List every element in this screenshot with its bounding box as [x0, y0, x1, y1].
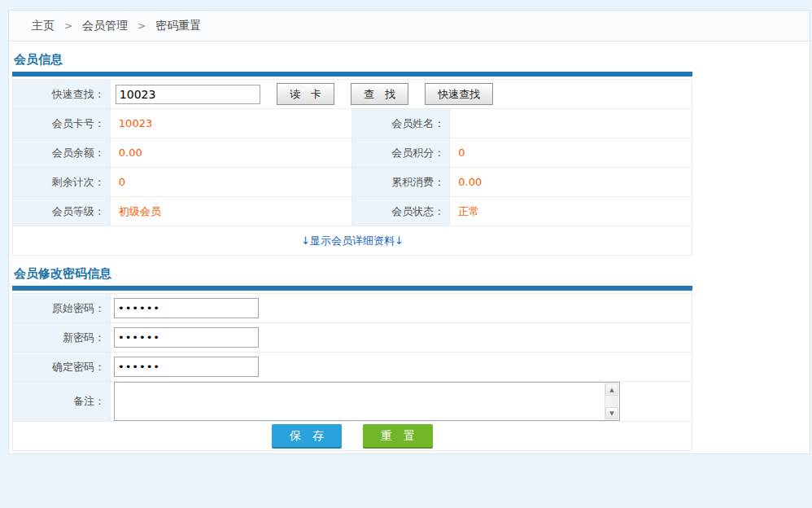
- remark-textarea[interactable]: [115, 383, 603, 418]
- field-label: 会员卡号：: [13, 109, 111, 138]
- confirm-password-cell: [111, 353, 692, 382]
- member-balance-value: 0.00: [110, 138, 352, 168]
- field-label: 会员状态：: [352, 197, 450, 226]
- table-row: ↓显示会员详细资料↓: [13, 226, 692, 256]
- field-label: 会员等级：: [13, 197, 111, 226]
- table-row: 原始密码：: [13, 294, 692, 323]
- table-row: 会员等级： 初级会员 会员状态： 正常: [13, 197, 692, 226]
- field-label: 会员积分：: [352, 138, 450, 168]
- remark-label: 备注：: [13, 382, 111, 422]
- table-row: 快速查找： 读 卡 查 找 快速查找: [13, 80, 692, 109]
- search-button[interactable]: 查 找: [351, 83, 408, 105]
- scroll-down-icon[interactable]: ▼: [605, 407, 618, 419]
- table-row: 备注： ▲ ▼: [13, 382, 692, 422]
- reset-button[interactable]: 重 置: [363, 424, 433, 449]
- new-password-field[interactable]: [114, 327, 259, 348]
- save-button[interactable]: 保 存: [272, 424, 342, 449]
- old-password-cell: [111, 294, 692, 323]
- member-info-table: 快速查找： 读 卡 查 找 快速查找 会员卡号： 10023 会员姓名： 会员余…: [12, 79, 692, 256]
- detail-link-cell: ↓显示会员详细资料↓: [13, 226, 692, 256]
- remaining-count-value: 0: [110, 168, 352, 197]
- password-form-title: 会员修改密码信息: [14, 266, 810, 282]
- old-password-label: 原始密码：: [13, 294, 111, 323]
- breadcrumb-separator: >: [138, 20, 146, 32]
- remark-cell: ▲ ▼: [111, 382, 692, 422]
- member-status-value: 正常: [450, 197, 692, 226]
- quick-find-label: 快速查找：: [13, 80, 111, 109]
- table-row: 剩余计次： 0 累积消费： 0.00: [13, 168, 692, 197]
- confirm-password-label: 确定密码：: [13, 353, 111, 382]
- member-info-title-bar: [12, 72, 692, 77]
- table-row: 会员卡号： 10023 会员姓名：: [13, 109, 692, 138]
- confirm-password-field[interactable]: [114, 357, 259, 377]
- table-row: 确定密码：: [13, 353, 692, 382]
- password-form-title-bar: [12, 286, 692, 291]
- breadcrumb-separator: >: [64, 20, 72, 32]
- breadcrumb: 主页>会员管理>密码重置: [9, 11, 810, 42]
- remark-scrollbar[interactable]: ▲ ▼: [605, 383, 618, 419]
- new-password-cell: [111, 323, 692, 353]
- new-password-label: 新密码：: [13, 323, 111, 353]
- old-password-field[interactable]: [114, 298, 259, 318]
- table-row: 会员余额： 0.00 会员积分： 0: [13, 138, 692, 168]
- member-card-number-value: 10023: [110, 109, 352, 138]
- breadcrumb-item-home[interactable]: 主页: [32, 19, 55, 32]
- field-label: 会员姓名：: [352, 109, 450, 138]
- form-actions-cell: 保 存 重 置: [13, 422, 692, 451]
- quick-find-cell: 读 卡 查 找 快速查找: [110, 80, 692, 109]
- quick-find-input[interactable]: [116, 85, 260, 104]
- remark-textarea-wrapper: ▲ ▼: [114, 382, 620, 421]
- main-panel: 主页>会员管理>密码重置 会员信息 快速查找： 读 卡 查 找 快速查找 会员卡…: [8, 10, 810, 454]
- field-label: 会员余额：: [13, 138, 111, 168]
- breadcrumb-item-password-reset: 密码重置: [155, 19, 201, 32]
- breadcrumb-item-member-management[interactable]: 会员管理: [82, 19, 128, 32]
- field-label: 剩余计次：: [13, 168, 111, 197]
- show-member-detail-link[interactable]: ↓显示会员详细资料↓: [301, 234, 404, 247]
- member-points-value: 0: [450, 138, 692, 168]
- table-row: 新密码：: [13, 323, 692, 353]
- member-level-value: 初级会员: [110, 197, 352, 226]
- read-card-button[interactable]: 读 卡: [277, 83, 334, 105]
- scroll-up-icon[interactable]: ▲: [605, 383, 618, 396]
- quick-find-button[interactable]: 快速查找: [425, 83, 493, 105]
- table-row: 保 存 重 置: [13, 422, 692, 451]
- total-consumption-value: 0.00: [450, 168, 692, 197]
- password-form-table: 原始密码： 新密码： 确定密码： 备注：: [12, 293, 692, 451]
- field-label: 累积消费：: [352, 168, 450, 197]
- member-info-title: 会员信息: [14, 52, 810, 68]
- member-name-value: [450, 109, 692, 138]
